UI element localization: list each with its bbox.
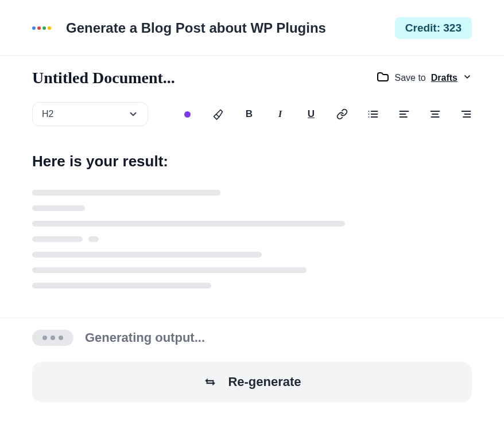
bold-button[interactable]: B — [243, 107, 255, 121]
loading-dot-icon — [59, 336, 63, 340]
align-left-icon — [398, 108, 410, 120]
align-right-icon — [460, 108, 472, 120]
toolbar-items: B I U — [181, 107, 472, 121]
generating-status: Generating output... — [32, 330, 472, 346]
list-button[interactable] — [367, 107, 379, 121]
skeleton-row — [32, 236, 472, 242]
page-header: Generate a Blog Post about WP Plugins Cr… — [0, 0, 504, 56]
highlight-button[interactable] — [212, 107, 224, 121]
heading-select-value: H2 — [42, 109, 53, 119]
skeleton-line — [32, 267, 307, 273]
skeleton-line — [32, 252, 262, 258]
chevron-down-icon — [128, 109, 138, 119]
save-to-label: Save to — [395, 73, 426, 83]
regenerate-button[interactable]: Re-generate — [32, 362, 472, 402]
list-icon — [367, 108, 379, 120]
italic-button[interactable]: I — [274, 107, 286, 121]
logo — [32, 26, 51, 30]
document-section: Untitled Document... Save to Drafts H2 — [0, 56, 504, 288]
chevron-down-icon — [463, 72, 472, 84]
header-left: Generate a Blog Post about WP Plugins — [32, 20, 326, 36]
document-header: Untitled Document... Save to Drafts — [32, 69, 472, 87]
result-heading: Here is your result: — [32, 153, 472, 170]
generating-text: Generating output... — [85, 330, 205, 345]
skeleton-line — [32, 190, 220, 196]
logo-dot — [42, 26, 46, 30]
skeleton-line — [32, 236, 83, 242]
folder-icon — [376, 70, 390, 86]
link-icon — [336, 108, 348, 120]
save-to-button[interactable]: Save to Drafts — [376, 70, 472, 86]
page-title: Generate a Blog Post about WP Plugins — [66, 20, 326, 36]
loading-indicator — [32, 330, 73, 346]
heading-style-select[interactable]: H2 — [32, 102, 148, 126]
link-button[interactable] — [336, 107, 348, 121]
page-footer: Generating output... Re-generate — [0, 317, 504, 425]
highlighter-icon — [212, 108, 224, 120]
loading-dot-icon — [51, 336, 55, 340]
align-center-button[interactable] — [429, 107, 441, 121]
align-center-icon — [429, 108, 441, 120]
skeleton-line — [32, 205, 85, 211]
align-left-button[interactable] — [398, 107, 410, 121]
skeleton-line — [32, 283, 211, 288]
text-color-button[interactable] — [181, 107, 193, 121]
logo-dot — [32, 26, 36, 30]
underline-button[interactable]: U — [305, 107, 317, 121]
content-skeleton — [32, 190, 472, 288]
logo-dot — [37, 26, 41, 30]
logo-dot — [48, 26, 51, 30]
loading-dot-icon — [42, 336, 47, 340]
credit-badge: Credit: 323 — [395, 17, 472, 39]
color-swatch-icon — [184, 111, 191, 118]
skeleton-line — [88, 236, 99, 242]
editor-toolbar: H2 B I U — [32, 102, 472, 126]
document-title[interactable]: Untitled Document... — [32, 69, 175, 87]
align-right-button[interactable] — [460, 107, 472, 121]
skeleton-line — [32, 221, 345, 227]
swap-arrows-icon — [203, 376, 218, 388]
regenerate-label: Re-generate — [228, 375, 301, 389]
save-destination: Drafts — [431, 73, 458, 83]
